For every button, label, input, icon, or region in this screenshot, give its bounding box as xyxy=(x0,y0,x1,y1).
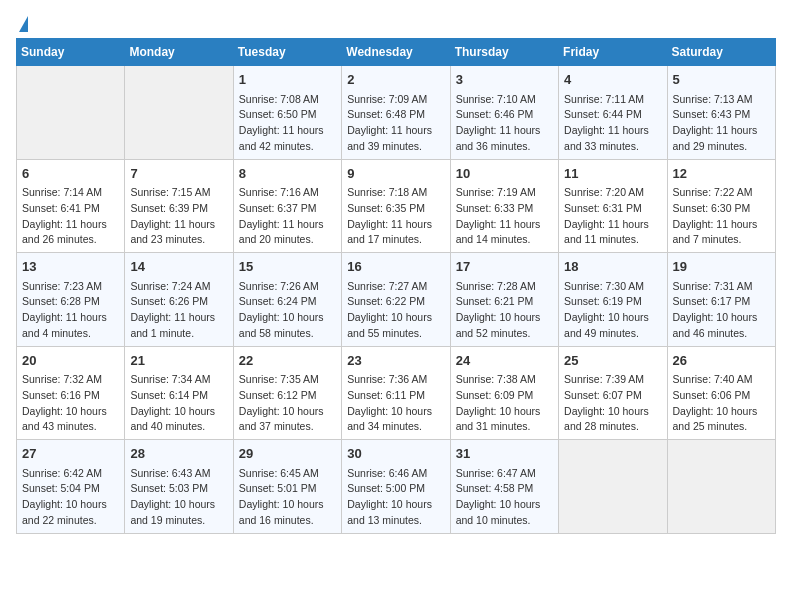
day-number: 12 xyxy=(673,164,770,184)
day-header-sunday: Sunday xyxy=(17,39,125,66)
calendar-cell xyxy=(17,66,125,160)
calendar-cell: 13Sunrise: 7:23 AM Sunset: 6:28 PM Dayli… xyxy=(17,253,125,347)
day-header-monday: Monday xyxy=(125,39,233,66)
calendar-cell: 30Sunrise: 6:46 AM Sunset: 5:00 PM Dayli… xyxy=(342,440,450,534)
day-info: Sunrise: 7:08 AM Sunset: 6:50 PM Dayligh… xyxy=(239,92,336,155)
calendar-cell: 17Sunrise: 7:28 AM Sunset: 6:21 PM Dayli… xyxy=(450,253,558,347)
day-info: Sunrise: 6:47 AM Sunset: 4:58 PM Dayligh… xyxy=(456,466,553,529)
calendar-cell: 21Sunrise: 7:34 AM Sunset: 6:14 PM Dayli… xyxy=(125,346,233,440)
day-number: 18 xyxy=(564,257,661,277)
day-number: 28 xyxy=(130,444,227,464)
calendar-cell: 8Sunrise: 7:16 AM Sunset: 6:37 PM Daylig… xyxy=(233,159,341,253)
calendar-table: SundayMondayTuesdayWednesdayThursdayFrid… xyxy=(16,38,776,534)
day-info: Sunrise: 7:34 AM Sunset: 6:14 PM Dayligh… xyxy=(130,372,227,435)
calendar-cell xyxy=(125,66,233,160)
day-number: 3 xyxy=(456,70,553,90)
calendar-cell: 5Sunrise: 7:13 AM Sunset: 6:43 PM Daylig… xyxy=(667,66,775,160)
day-header-friday: Friday xyxy=(559,39,667,66)
day-info: Sunrise: 7:15 AM Sunset: 6:39 PM Dayligh… xyxy=(130,185,227,248)
calendar-cell: 22Sunrise: 7:35 AM Sunset: 6:12 PM Dayli… xyxy=(233,346,341,440)
day-number: 7 xyxy=(130,164,227,184)
day-header-saturday: Saturday xyxy=(667,39,775,66)
calendar-cell xyxy=(559,440,667,534)
calendar-cell: 10Sunrise: 7:19 AM Sunset: 6:33 PM Dayli… xyxy=(450,159,558,253)
logo-triangle xyxy=(19,16,28,32)
calendar-cell: 18Sunrise: 7:30 AM Sunset: 6:19 PM Dayli… xyxy=(559,253,667,347)
calendar-cell: 9Sunrise: 7:18 AM Sunset: 6:35 PM Daylig… xyxy=(342,159,450,253)
day-number: 13 xyxy=(22,257,119,277)
day-number: 15 xyxy=(239,257,336,277)
calendar-cell: 7Sunrise: 7:15 AM Sunset: 6:39 PM Daylig… xyxy=(125,159,233,253)
calendar-cell: 19Sunrise: 7:31 AM Sunset: 6:17 PM Dayli… xyxy=(667,253,775,347)
day-info: Sunrise: 7:36 AM Sunset: 6:11 PM Dayligh… xyxy=(347,372,444,435)
day-info: Sunrise: 7:27 AM Sunset: 6:22 PM Dayligh… xyxy=(347,279,444,342)
logo xyxy=(16,16,28,28)
calendar-cell: 25Sunrise: 7:39 AM Sunset: 6:07 PM Dayli… xyxy=(559,346,667,440)
day-number: 20 xyxy=(22,351,119,371)
day-number: 11 xyxy=(564,164,661,184)
calendar-cell xyxy=(667,440,775,534)
day-header-wednesday: Wednesday xyxy=(342,39,450,66)
day-info: Sunrise: 7:10 AM Sunset: 6:46 PM Dayligh… xyxy=(456,92,553,155)
day-info: Sunrise: 6:43 AM Sunset: 5:03 PM Dayligh… xyxy=(130,466,227,529)
calendar-cell: 20Sunrise: 7:32 AM Sunset: 6:16 PM Dayli… xyxy=(17,346,125,440)
day-info: Sunrise: 7:23 AM Sunset: 6:28 PM Dayligh… xyxy=(22,279,119,342)
day-number: 2 xyxy=(347,70,444,90)
day-info: Sunrise: 6:45 AM Sunset: 5:01 PM Dayligh… xyxy=(239,466,336,529)
page-header xyxy=(16,16,776,28)
calendar-cell: 14Sunrise: 7:24 AM Sunset: 6:26 PM Dayli… xyxy=(125,253,233,347)
day-info: Sunrise: 7:24 AM Sunset: 6:26 PM Dayligh… xyxy=(130,279,227,342)
day-info: Sunrise: 7:09 AM Sunset: 6:48 PM Dayligh… xyxy=(347,92,444,155)
day-number: 22 xyxy=(239,351,336,371)
day-number: 4 xyxy=(564,70,661,90)
day-info: Sunrise: 7:26 AM Sunset: 6:24 PM Dayligh… xyxy=(239,279,336,342)
day-number: 24 xyxy=(456,351,553,371)
day-info: Sunrise: 6:42 AM Sunset: 5:04 PM Dayligh… xyxy=(22,466,119,529)
day-info: Sunrise: 7:14 AM Sunset: 6:41 PM Dayligh… xyxy=(22,185,119,248)
day-info: Sunrise: 7:13 AM Sunset: 6:43 PM Dayligh… xyxy=(673,92,770,155)
day-number: 17 xyxy=(456,257,553,277)
calendar-cell: 11Sunrise: 7:20 AM Sunset: 6:31 PM Dayli… xyxy=(559,159,667,253)
day-number: 29 xyxy=(239,444,336,464)
day-info: Sunrise: 7:32 AM Sunset: 6:16 PM Dayligh… xyxy=(22,372,119,435)
day-number: 10 xyxy=(456,164,553,184)
day-info: Sunrise: 7:22 AM Sunset: 6:30 PM Dayligh… xyxy=(673,185,770,248)
day-info: Sunrise: 7:20 AM Sunset: 6:31 PM Dayligh… xyxy=(564,185,661,248)
day-number: 6 xyxy=(22,164,119,184)
day-info: Sunrise: 7:16 AM Sunset: 6:37 PM Dayligh… xyxy=(239,185,336,248)
day-number: 16 xyxy=(347,257,444,277)
day-number: 14 xyxy=(130,257,227,277)
day-number: 5 xyxy=(673,70,770,90)
calendar-cell: 28Sunrise: 6:43 AM Sunset: 5:03 PM Dayli… xyxy=(125,440,233,534)
day-number: 9 xyxy=(347,164,444,184)
day-info: Sunrise: 7:19 AM Sunset: 6:33 PM Dayligh… xyxy=(456,185,553,248)
calendar-cell: 12Sunrise: 7:22 AM Sunset: 6:30 PM Dayli… xyxy=(667,159,775,253)
day-number: 21 xyxy=(130,351,227,371)
calendar-cell: 29Sunrise: 6:45 AM Sunset: 5:01 PM Dayli… xyxy=(233,440,341,534)
calendar-cell: 3Sunrise: 7:10 AM Sunset: 6:46 PM Daylig… xyxy=(450,66,558,160)
calendar-cell: 24Sunrise: 7:38 AM Sunset: 6:09 PM Dayli… xyxy=(450,346,558,440)
calendar-cell: 2Sunrise: 7:09 AM Sunset: 6:48 PM Daylig… xyxy=(342,66,450,160)
day-number: 1 xyxy=(239,70,336,90)
day-number: 26 xyxy=(673,351,770,371)
day-info: Sunrise: 7:38 AM Sunset: 6:09 PM Dayligh… xyxy=(456,372,553,435)
calendar-cell: 26Sunrise: 7:40 AM Sunset: 6:06 PM Dayli… xyxy=(667,346,775,440)
calendar-cell: 23Sunrise: 7:36 AM Sunset: 6:11 PM Dayli… xyxy=(342,346,450,440)
day-info: Sunrise: 7:31 AM Sunset: 6:17 PM Dayligh… xyxy=(673,279,770,342)
day-number: 30 xyxy=(347,444,444,464)
day-number: 27 xyxy=(22,444,119,464)
calendar-cell: 1Sunrise: 7:08 AM Sunset: 6:50 PM Daylig… xyxy=(233,66,341,160)
day-header-thursday: Thursday xyxy=(450,39,558,66)
calendar-cell: 15Sunrise: 7:26 AM Sunset: 6:24 PM Dayli… xyxy=(233,253,341,347)
day-info: Sunrise: 6:46 AM Sunset: 5:00 PM Dayligh… xyxy=(347,466,444,529)
calendar-cell: 27Sunrise: 6:42 AM Sunset: 5:04 PM Dayli… xyxy=(17,440,125,534)
calendar-cell: 16Sunrise: 7:27 AM Sunset: 6:22 PM Dayli… xyxy=(342,253,450,347)
calendar-cell: 6Sunrise: 7:14 AM Sunset: 6:41 PM Daylig… xyxy=(17,159,125,253)
day-number: 19 xyxy=(673,257,770,277)
calendar-cell: 31Sunrise: 6:47 AM Sunset: 4:58 PM Dayli… xyxy=(450,440,558,534)
day-info: Sunrise: 7:18 AM Sunset: 6:35 PM Dayligh… xyxy=(347,185,444,248)
day-number: 23 xyxy=(347,351,444,371)
day-number: 8 xyxy=(239,164,336,184)
day-info: Sunrise: 7:30 AM Sunset: 6:19 PM Dayligh… xyxy=(564,279,661,342)
day-info: Sunrise: 7:11 AM Sunset: 6:44 PM Dayligh… xyxy=(564,92,661,155)
